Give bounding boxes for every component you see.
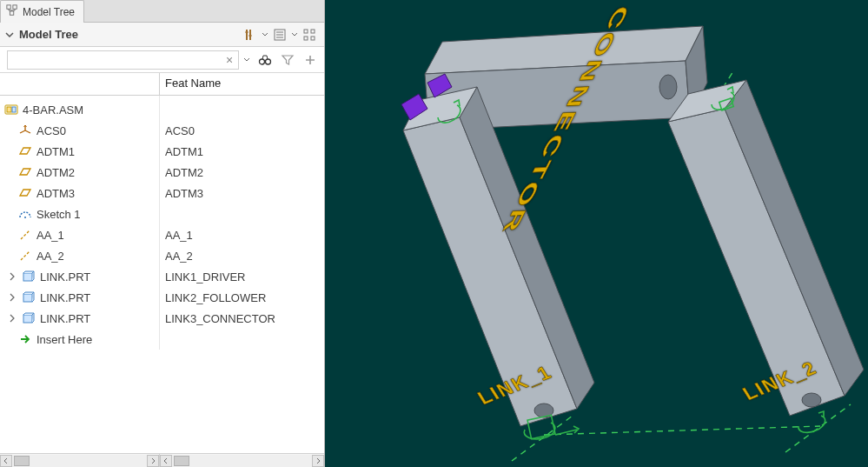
svg-line-21 (544, 426, 820, 435)
hscroll-col1[interactable] (0, 454, 160, 467)
header-toolbar (241, 25, 319, 44)
search-row: × (0, 47, 324, 73)
svg-rect-12 (12, 107, 16, 112)
feat-cell: LINK1_DRIVER (160, 266, 324, 287)
panel-title: Model Tree (19, 28, 241, 41)
scroll-right-icon[interactable] (147, 455, 159, 467)
collapse-icon[interactable] (3, 29, 16, 41)
tab-model-tree[interactable]: Model Tree (0, 0, 84, 23)
tab-strip: Model Tree (0, 0, 324, 23)
settings-dropdown[interactable] (262, 25, 268, 44)
tree-item[interactable]: LINK.PRT (0, 287, 159, 308)
svg-point-33 (802, 393, 821, 407)
show-button[interactable] (270, 25, 289, 44)
expand-icon[interactable] (7, 271, 17, 282)
hscroll-col2[interactable] (160, 454, 324, 467)
tree-item-label: AA_2 (36, 250, 64, 263)
svg-rect-2 (10, 11, 13, 15)
clear-search-icon[interactable]: × (222, 53, 237, 67)
part-link1 (403, 87, 594, 426)
tree-item[interactable]: ADTM2 (0, 162, 159, 183)
tree-item-label: ADTM3 (36, 187, 75, 200)
tree-item-label: ADTM2 (36, 166, 75, 179)
show-dropdown[interactable] (291, 25, 298, 44)
column1-header[interactable] (0, 73, 160, 95)
svg-rect-6 (304, 37, 308, 40)
sketch-icon (17, 206, 33, 222)
axis-icon (17, 248, 33, 264)
tree-item[interactable]: ADTM3 (0, 183, 159, 203)
feat-cell (160, 329, 324, 350)
plane-icon (17, 143, 33, 159)
tree-root-label: 4-BAR.ASM (23, 103, 83, 117)
tree-item-label: AA_1 (36, 229, 64, 242)
tree-item-label: ADTM1 (36, 145, 75, 158)
graphics-viewport[interactable]: CONNECTOR LINK_1 LINK_2 (325, 0, 868, 467)
tree-item-label: LINK.PRT (40, 270, 90, 284)
column2-header[interactable]: Feat Name (160, 73, 324, 95)
scroll-left-icon[interactable] (160, 455, 172, 467)
tab-label: Model Tree (23, 6, 75, 18)
feat-cell: AA_1 (160, 224, 324, 245)
tree-root[interactable]: 4-BAR.ASM (0, 99, 159, 120)
expand-icon[interactable] (7, 313, 17, 324)
tree-item-label: Insert Here (36, 333, 92, 346)
part-icon (21, 290, 36, 305)
part-icon (21, 310, 36, 326)
feat-cell: LINK3_CONNECTOR (160, 308, 324, 329)
feat-cell: ADTM3 (160, 183, 324, 203)
scene-svg (325, 0, 868, 467)
bottom-scrollbars (0, 453, 324, 467)
tree-item-label: ACS0 (36, 124, 66, 137)
part-link2 (668, 80, 864, 416)
tree-item[interactable]: AA_1 (0, 224, 159, 245)
svg-rect-16 (23, 315, 32, 323)
feat-cell: ADTM2 (160, 162, 324, 183)
search-input[interactable] (7, 50, 239, 70)
tree-icon (6, 4, 18, 19)
svg-point-8 (260, 59, 265, 64)
tree-item-label: LINK.PRT (40, 312, 90, 325)
scroll-right-icon[interactable] (312, 455, 324, 467)
feat-cell: LINK2_FOLLOWER (160, 287, 324, 308)
svg-rect-15 (23, 294, 32, 302)
tree-options-button[interactable] (300, 25, 319, 44)
plane-icon (17, 185, 33, 201)
plane-icon (17, 164, 33, 180)
feat-cell: ACS0 (160, 120, 324, 141)
tree-item[interactable]: Sketch 1 (0, 203, 159, 224)
tree-body: 4-BAR.ASM ACS0 ADTM1 ADTM2 (0, 96, 324, 453)
search-dropdown[interactable] (242, 57, 251, 63)
binoculars-icon[interactable] (256, 51, 274, 69)
csys-icon (17, 123, 33, 138)
svg-point-25 (659, 75, 677, 99)
scroll-left-icon[interactable] (0, 455, 12, 467)
filter-icon[interactable] (279, 51, 296, 69)
tree-item[interactable]: ADTM1 (0, 141, 159, 162)
tree-insert-here[interactable]: Insert Here (0, 329, 159, 350)
tree-item-label: LINK.PRT (40, 291, 90, 304)
part-icon (21, 269, 36, 284)
tree-item[interactable]: ACS0 (0, 120, 159, 141)
tree-item-label: Sketch 1 (36, 208, 81, 221)
feat-cell (160, 203, 324, 224)
tree-item[interactable]: AA_2 (0, 245, 159, 266)
columns-header: Feat Name (0, 73, 324, 96)
svg-rect-1 (13, 5, 17, 9)
feat-cell (160, 99, 324, 120)
tree-item[interactable]: LINK.PRT (0, 266, 159, 287)
feat-cell: AA_2 (160, 245, 324, 266)
svg-rect-0 (7, 5, 10, 9)
expand-icon[interactable] (7, 292, 17, 303)
add-icon[interactable] (301, 51, 319, 69)
svg-rect-7 (311, 37, 315, 40)
assembly-icon (3, 102, 19, 117)
axis-icon (17, 227, 33, 243)
tree-item[interactable]: LINK.PRT (0, 308, 159, 329)
svg-rect-5 (311, 30, 315, 33)
svg-rect-11 (7, 107, 11, 112)
settings-button[interactable] (241, 25, 260, 44)
svg-rect-4 (304, 30, 308, 33)
svg-point-13 (24, 217, 26, 218)
insert-icon (17, 331, 33, 347)
